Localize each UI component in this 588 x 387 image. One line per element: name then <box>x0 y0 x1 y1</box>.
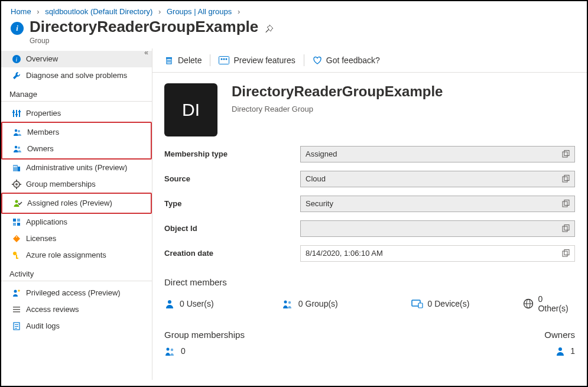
apps-icon <box>12 217 21 227</box>
page-header: i DirectoryReaderGroupExample Group <box>1 16 587 48</box>
sidebar-item-applications[interactable]: Applications <box>1 214 152 230</box>
svg-rect-49 <box>564 151 569 156</box>
members-icon <box>13 128 22 137</box>
toolbar-label: Got feedback? <box>326 56 380 65</box>
svg-rect-36 <box>15 324 18 325</box>
svg-point-46 <box>223 58 225 60</box>
direct-members-title: Direct members <box>152 262 587 291</box>
prop-creation-value: 8/14/2020, 1:06:10 AM <box>300 245 575 262</box>
svg-point-31 <box>14 290 17 292</box>
breadcrumb-groups[interactable]: Groups | All groups <box>167 7 232 16</box>
delete-button[interactable]: Delete <box>158 53 207 67</box>
svg-point-68 <box>558 347 562 351</box>
group-memberships-count[interactable]: 0 <box>164 346 544 356</box>
svg-rect-23 <box>13 219 16 222</box>
sidebar-item-group-memberships[interactable]: Group memberships <box>1 176 152 193</box>
collapse-icon[interactable]: « <box>144 48 148 57</box>
svg-rect-24 <box>17 219 20 222</box>
main-content: Delete Preview features Got feedback? DI… <box>152 48 587 380</box>
sidebar-item-label: Access reviews <box>26 305 79 314</box>
svg-rect-2 <box>13 110 14 117</box>
sidebar-item-owners[interactable]: Owners <box>2 141 151 157</box>
svg-rect-57 <box>564 250 569 255</box>
svg-rect-54 <box>563 226 567 232</box>
svg-rect-37 <box>15 326 18 327</box>
svg-rect-50 <box>563 177 567 182</box>
svg-rect-4 <box>19 110 20 117</box>
sidebar-item-label: Privileged access (Preview) <box>26 288 121 297</box>
svg-rect-44 <box>219 56 229 64</box>
direct-members-others-text: 0 Other(s) <box>538 294 575 313</box>
sidebar-item-label: Group memberships <box>26 180 96 188</box>
direct-members-row: 0 User(s) 0 Group(s) 0 Device(s) 0 Other… <box>152 291 587 317</box>
svg-rect-6 <box>15 114 18 115</box>
copy-icon[interactable] <box>562 175 570 183</box>
sidebar-item-privileged[interactable]: Privileged access (Preview) <box>1 285 152 301</box>
direct-members-users[interactable]: 0 User(s) <box>164 298 282 309</box>
direct-members-others[interactable]: 0 Other(s) <box>523 294 576 313</box>
sidebar-item-label: Applications <box>26 217 67 226</box>
sidebar-section-manage: Manage <box>1 84 152 102</box>
tag-icon <box>12 234 21 243</box>
sidebar-item-label: Audit logs <box>26 321 60 330</box>
sidebar-item-assigned-roles[interactable]: Assigned roles (Preview) <box>2 195 151 212</box>
group-memberships-count-text: 0 <box>181 346 186 356</box>
sidebar-item-licenses[interactable]: Licenses <box>1 230 152 247</box>
toolbar-divider <box>210 54 210 66</box>
copy-icon[interactable] <box>562 249 570 257</box>
highlighted-box-assigned-roles: Assigned roles (Preview) <box>1 193 152 214</box>
direct-members-devices-text: 0 Device(s) <box>428 299 470 308</box>
sidebar-item-overview[interactable]: i Overview <box>1 51 152 67</box>
sidebar-item-azure-role[interactable]: Azure role assignments <box>1 247 152 264</box>
svg-rect-53 <box>564 200 569 206</box>
sidebar-item-admin-units[interactable]: Administrative units (Preview) <box>1 160 152 176</box>
sidebar-item-members[interactable]: Members <box>2 124 151 141</box>
prop-type-label: Type <box>164 199 300 208</box>
direct-members-devices[interactable]: 0 Device(s) <box>411 299 523 308</box>
sidebar-item-access-reviews[interactable]: Access reviews <box>1 301 152 318</box>
svg-rect-56 <box>563 251 567 256</box>
hero: DI DirectoryReaderGroupExample Directory… <box>152 73 587 140</box>
group-description: Directory Reader Group <box>232 105 443 113</box>
svg-rect-5 <box>12 112 15 113</box>
owners-icon <box>13 144 22 154</box>
svg-point-66 <box>167 347 170 350</box>
owners-count[interactable]: 1 <box>544 346 575 356</box>
direct-members-groups[interactable]: 0 Group(s) <box>282 298 411 309</box>
svg-rect-48 <box>563 152 567 157</box>
breadcrumb-directory[interactable]: sqldboutlook (Default Directory) <box>45 7 152 16</box>
copy-icon[interactable] <box>562 225 570 232</box>
device-icon <box>411 299 423 308</box>
svg-rect-26 <box>17 223 20 226</box>
svg-rect-38 <box>15 328 17 329</box>
user-icon <box>555 346 566 356</box>
sidebar-item-label: Owners <box>27 144 54 153</box>
user-icon <box>164 298 175 309</box>
svg-rect-30 <box>16 258 18 259</box>
feedback-button[interactable]: Got feedback? <box>307 53 386 67</box>
preview-icon <box>219 56 229 64</box>
sidebar-item-diagnose[interactable]: Diagnose and solve problems <box>1 67 152 84</box>
preview-features-button[interactable]: Preview features <box>213 53 301 67</box>
globe-icon <box>523 298 534 309</box>
group-name: DirectoryReaderGroupExample <box>232 83 443 100</box>
sidebar-item-audit-logs[interactable]: Audit logs <box>1 318 152 334</box>
copy-icon[interactable] <box>562 200 570 207</box>
sidebar-item-label: Properties <box>26 109 61 118</box>
prop-value-text: Security <box>306 199 333 208</box>
svg-point-8 <box>15 129 17 131</box>
svg-point-67 <box>171 348 173 350</box>
pin-icon[interactable] <box>264 24 274 34</box>
log-icon <box>12 321 21 331</box>
sidebar-item-label: Diagnose and solve problems <box>26 71 127 80</box>
highlighted-box-members-owners: Members Owners <box>1 122 152 160</box>
svg-rect-33 <box>13 309 20 310</box>
svg-text:i: i <box>16 56 18 63</box>
svg-rect-12 <box>13 165 18 171</box>
prop-creation-label: Creation date <box>164 249 300 258</box>
svg-point-59 <box>284 300 287 303</box>
copy-icon[interactable] <box>562 150 570 158</box>
sidebar-item-properties[interactable]: Properties <box>1 105 152 122</box>
breadcrumb-home[interactable]: Home <box>11 7 31 16</box>
svg-point-22 <box>15 200 18 203</box>
